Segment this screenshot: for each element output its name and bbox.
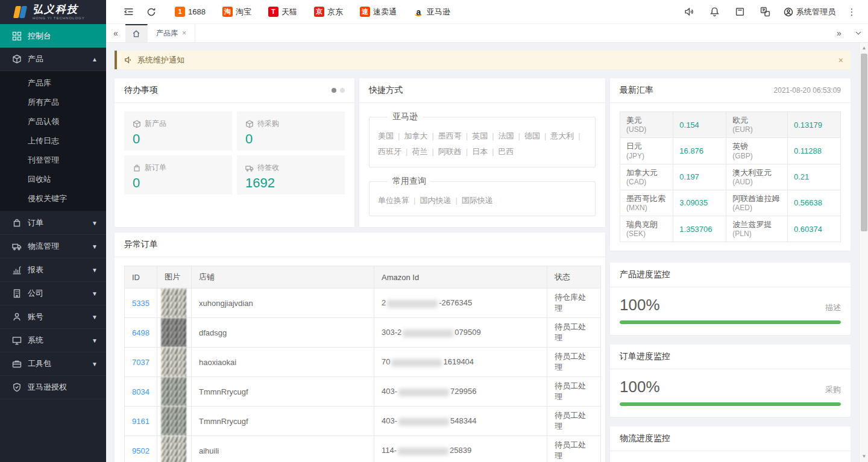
link-amazon[interactable]: a 亚马逊 xyxy=(414,7,450,17)
amazon-shortcut-group: 亚马逊 美国|加拿大|墨西哥|英国|法国|德国|意大利|西班牙|荷兰|阿联酋|日… xyxy=(369,111,596,167)
link-1688[interactable]: 1 1688 xyxy=(175,7,206,17)
amazon-id: 2-2676345 xyxy=(374,289,547,318)
announcement-button[interactable] xyxy=(679,7,699,17)
refresh-button[interactable] xyxy=(140,7,163,17)
briefcase-icon xyxy=(12,359,22,369)
country-link-uk[interactable]: 英国 xyxy=(472,131,488,140)
calculator-button[interactable] xyxy=(729,7,750,17)
vertical-scrollbar[interactable]: ▲ ▼ xyxy=(859,43,868,462)
table-row: 8034 TmmnRrycugf 403-729956 待员工处理 xyxy=(125,377,601,407)
sidebar-item-accounts[interactable]: 账号 ▼ xyxy=(0,305,106,329)
order-id-link[interactable]: 6498 xyxy=(132,328,149,337)
rate-row: 美元(USD) 0.154 欧元(EUR) 0.13179 xyxy=(620,112,841,138)
sidebar-item-label: 系统 xyxy=(28,335,43,346)
country-link-it[interactable]: 意大利 xyxy=(550,131,574,140)
rate-value: 0.21 xyxy=(788,164,841,190)
notice-text[interactable]: 系统维护通知 xyxy=(137,55,184,66)
link-aliexpress[interactable]: 速 速卖通 xyxy=(360,7,397,17)
sidebar-item-label: 控制台 xyxy=(28,31,51,42)
country-link-ae[interactable]: 阿联酋 xyxy=(438,147,462,156)
brand-logo[interactable]: 弘义科技 HONG YI TECHNOLOGY xyxy=(0,0,106,24)
close-tab-icon[interactable]: × xyxy=(182,29,186,37)
order-id-link[interactable]: 9161 xyxy=(132,417,149,426)
stat-new-products[interactable]: 新产品 0 xyxy=(124,111,232,151)
tabs-scroll-right-button[interactable]: » xyxy=(829,24,849,42)
exchange-rate-table: 美元(USD) 0.154 欧元(EUR) 0.13179 日元(JPY) 16… xyxy=(620,111,841,242)
notifications-button[interactable] xyxy=(704,7,725,17)
rate-value: 0.56638 xyxy=(788,190,841,216)
order-id-link[interactable]: 8034 xyxy=(132,387,149,396)
country-link-jp[interactable]: 日本 xyxy=(472,147,488,156)
intl-express-link[interactable]: 国际快递 xyxy=(462,196,493,205)
chevron-down-icon: ▼ xyxy=(92,267,98,273)
menu-fold-icon xyxy=(124,7,134,17)
sidebar-item-reports[interactable]: 报表 ▼ xyxy=(0,258,106,282)
sidebar-subitem-infringing-keywords[interactable]: 侵权关键字 xyxy=(0,189,106,208)
order-id-link[interactable]: 9502 xyxy=(132,446,149,455)
chevron-down-icon xyxy=(855,30,862,37)
redacted-segment xyxy=(398,389,449,396)
link-jd[interactable]: 京 京东 xyxy=(314,7,343,17)
link-taobao[interactable]: 淘 淘宝 xyxy=(222,7,251,17)
chevron-up-icon: ▲ xyxy=(92,56,98,63)
country-link-fr[interactable]: 法国 xyxy=(498,131,514,140)
country-link-nl[interactable]: 荷兰 xyxy=(412,147,427,156)
tab-home[interactable] xyxy=(125,24,148,42)
language-button[interactable] xyxy=(755,7,775,17)
sidebar-item-orders[interactable]: 订单 ▼ xyxy=(0,211,106,235)
link-tmall[interactable]: T 天猫 xyxy=(268,7,297,17)
sidebar-item-logistics[interactable]: 物流管理 ▼ xyxy=(0,235,106,258)
sidebar-subitem-all-products[interactable]: 所有产品 xyxy=(0,93,106,112)
scrollbar-thumb[interactable] xyxy=(861,54,867,231)
stat-pending-receipt[interactable]: 待签收 1692 xyxy=(237,155,345,195)
sidebar-item-company[interactable]: 公司 ▼ xyxy=(0,282,106,305)
sidebar-item-product[interactable]: 产品 ▲ xyxy=(0,48,106,71)
sidebar-subitem-product-claim[interactable]: 产品认领 xyxy=(0,112,106,131)
sidebar-subitem-listing-manage[interactable]: 刊登管理 xyxy=(0,151,106,170)
order-id-link[interactable]: 5335 xyxy=(132,299,149,308)
stat-pending-purchase[interactable]: 待采购 0 xyxy=(237,111,345,151)
stat-value: 1692 xyxy=(245,175,336,191)
country-link-es[interactable]: 西班牙 xyxy=(378,147,401,156)
tabs-dropdown-button[interactable] xyxy=(849,24,868,42)
carousel-dot-1[interactable] xyxy=(332,88,336,93)
sidebar-item-toolbox[interactable]: 工具包 ▼ xyxy=(0,352,106,376)
stat-new-orders[interactable]: 新订单 0 xyxy=(124,155,232,195)
country-link-de[interactable]: 德国 xyxy=(524,131,540,140)
brand-logo-icon xyxy=(13,4,29,20)
unit-convert-link[interactable]: 单位换算 xyxy=(378,196,409,205)
domestic-express-link[interactable]: 国内快递 xyxy=(420,196,451,205)
sidebar-item-label: 报表 xyxy=(28,264,43,275)
table-row: 6498 dfadsgg 303-2079509 待员工处理 xyxy=(125,318,601,348)
rate-value: 3.09035 xyxy=(673,190,726,216)
bag-icon xyxy=(133,164,141,172)
close-notice-button[interactable]: × xyxy=(838,55,843,65)
sidebar-subitem-product-library[interactable]: 产品库 xyxy=(0,73,106,93)
carousel-dot-2[interactable] xyxy=(340,88,345,93)
country-link-br[interactable]: 巴西 xyxy=(498,147,514,156)
shop-name: xuhongjiajvdian xyxy=(192,289,374,318)
collapse-sidebar-button[interactable] xyxy=(117,7,140,17)
scrollbar-down-arrow[interactable]: ▼ xyxy=(860,452,868,461)
redacted-segment xyxy=(387,300,438,308)
scrollbar-up-arrow[interactable]: ▲ xyxy=(860,44,868,52)
tab-product-library[interactable]: 产品库 × xyxy=(148,24,195,42)
sidebar-item-console[interactable]: 控制台 xyxy=(0,24,106,48)
sidebar-item-system[interactable]: 系统 ▼ xyxy=(0,329,106,352)
sidebar-subitem-upload-log[interactable]: 上传日志 xyxy=(0,131,106,151)
redacted-segment xyxy=(398,418,449,426)
monitor-title: 产品进度监控 xyxy=(620,269,670,280)
chevron-down-icon: ▼ xyxy=(92,220,98,226)
country-link-mx[interactable]: 墨西哥 xyxy=(438,131,462,140)
more-menu-button[interactable]: ⋮ xyxy=(844,7,860,17)
order-id-link[interactable]: 7037 xyxy=(132,358,149,367)
box-icon xyxy=(133,120,141,128)
order-status: 待仓库处理 xyxy=(547,289,601,318)
order-status: 待员工处理 xyxy=(547,318,601,348)
sidebar-item-amazon-auth[interactable]: 亚马逊授权 xyxy=(0,376,106,399)
country-link-us[interactable]: 美国 xyxy=(378,131,394,140)
country-link-ca[interactable]: 加拿大 xyxy=(404,131,427,140)
user-menu[interactable]: 系统管理员 xyxy=(780,7,839,17)
sidebar-subitem-recycle-bin[interactable]: 回收站 xyxy=(0,170,106,189)
tabs-scroll-left-button[interactable]: « xyxy=(106,24,125,42)
